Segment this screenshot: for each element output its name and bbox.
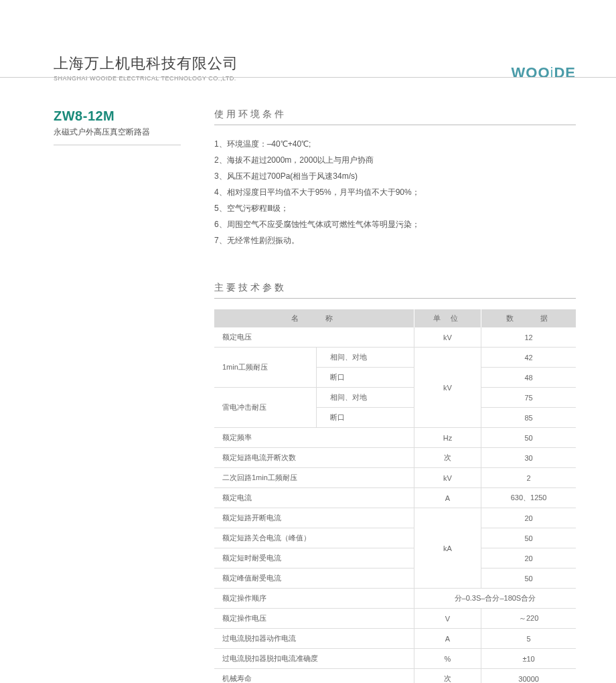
cell-data: 85 <box>481 408 576 428</box>
cell-unit: V <box>414 609 481 629</box>
env-item: 3、风压不超过700Pa(相当于风速34m/s) <box>214 168 576 184</box>
cell-data: 5 <box>481 629 576 649</box>
env-item: 2、海拔不超过2000m，2000以上与用户协商 <box>214 152 576 168</box>
cell-data: 48 <box>481 368 576 388</box>
product-subtitle: 永磁式户外高压真空断路器 <box>54 127 181 145</box>
cell-data: 50 <box>481 568 576 589</box>
logo-part-1: WOO <box>512 64 550 81</box>
cell-unit: kV <box>414 468 481 488</box>
cell-data: 75 <box>481 388 576 408</box>
section-env-title: 使用环境条件 <box>214 108 576 125</box>
table-header-row: 名 称 单 位 数 据 <box>214 309 576 327</box>
cell-name: 额定峰值耐受电流 <box>214 568 414 589</box>
cell-data: 50 <box>481 528 576 548</box>
cell-data: 2 <box>481 468 576 488</box>
th-unit: 单 位 <box>414 309 481 327</box>
cell-data: ±10 <box>481 649 576 669</box>
env-item: 1、环境温度：–40℃+40℃; <box>214 136 576 152</box>
content-area: ZW8-12M 永磁式户外高压真空断路器 使用环境条件 1、环境温度：–40℃+… <box>54 108 576 683</box>
cell-name: 额定电压 <box>214 327 414 348</box>
th-name: 名 称 <box>214 309 414 327</box>
cell-data: 20 <box>481 548 576 568</box>
cell-name: 额定频率 <box>214 428 414 448</box>
cell-unit: kV <box>414 348 481 428</box>
env-item: 4、相对湿度日平均值不大于95%，月平均值不大于90%； <box>214 184 576 200</box>
table-row: 额定短路关合电流（峰值） 50 <box>214 528 576 548</box>
cell-name: 雷电冲击耐压 <box>214 388 317 428</box>
cell-data: 30000 <box>481 669 576 684</box>
table-row: 机械寿命 次 30000 <box>214 669 576 684</box>
params-table: 名 称 单 位 数 据 额定电压 kV 12 1min工频耐压 相间、对地 k <box>214 309 576 683</box>
cell-data: 630、1250 <box>481 488 576 508</box>
cell-sub: 断口 <box>317 368 414 388</box>
cell-unit: % <box>414 649 481 669</box>
env-item: 5、空气污秽程Ⅲ级； <box>214 200 576 216</box>
cell-sub: 相间、对地 <box>317 388 414 408</box>
cell-name: 额定电流 <box>214 488 414 508</box>
section-params-title: 主要技术参数 <box>214 282 576 299</box>
cell-name: 过电流脱扣器动作电流 <box>214 629 414 649</box>
cell-data: 30 <box>481 448 576 468</box>
cell-data: 50 <box>481 428 576 448</box>
cell-name: 机械寿命 <box>214 669 414 684</box>
table-row: 二次回路1min工频耐压 kV 2 <box>214 468 576 488</box>
cell-name: 额定短路关合电流（峰值） <box>214 528 414 548</box>
table-row: 额定操作电压 V ～220 <box>214 609 576 629</box>
header-divider <box>0 77 616 78</box>
table-row: 额定操作顺序 分–0.3S–合分–180S合分 <box>214 589 576 609</box>
cell-data: 20 <box>481 508 576 528</box>
table-row: 额定频率 Hz 50 <box>214 428 576 448</box>
cell-data: 分–0.3S–合分–180S合分 <box>414 589 576 609</box>
product-model: ZW8-12M <box>54 108 181 124</box>
left-column: ZW8-12M 永磁式户外高压真空断路器 <box>54 108 181 683</box>
cell-name: 额定短时耐受电流 <box>214 548 414 568</box>
cell-name: 过电流脱扣器脱扣电流准确度 <box>214 649 414 669</box>
cell-sub: 断口 <box>317 408 414 428</box>
table-row: 额定短路开断电流 kA 20 <box>214 508 576 528</box>
cell-name: 额定短路电流开断次数 <box>214 448 414 468</box>
cell-name: 额定操作顺序 <box>214 589 414 609</box>
table-row: 过电流脱扣器脱扣电流准确度 % ±10 <box>214 649 576 669</box>
cell-sub: 相间、对地 <box>317 348 414 368</box>
cell-data: 12 <box>481 327 576 348</box>
table-row: 1min工频耐压 相间、对地 kV 42 <box>214 348 576 368</box>
brand-logo: WOOiDE <box>512 64 576 82</box>
cell-unit: A <box>414 629 481 649</box>
cell-unit: 次 <box>414 669 481 684</box>
cell-unit: kV <box>414 327 481 348</box>
table-row: 额定电流 A 630、1250 <box>214 488 576 508</box>
cell-name: 1min工频耐压 <box>214 348 317 388</box>
env-item: 6、周围空气不应受腐蚀性气体或可燃性气体等明显污染； <box>214 216 576 232</box>
cell-name: 二次回路1min工频耐压 <box>214 468 414 488</box>
table-row: 额定短时耐受电流 20 <box>214 548 576 568</box>
table-row: 雷电冲击耐压 相间、对地 75 <box>214 388 576 408</box>
cell-data: 42 <box>481 348 576 368</box>
table-row: 额定峰值耐受电流 50 <box>214 568 576 589</box>
env-item: 7、无经常性剧烈振动。 <box>214 232 576 248</box>
th-data: 数 据 <box>481 309 576 327</box>
env-conditions-list: 1、环境温度：–40℃+40℃; 2、海拔不超过2000m，2000以上与用户协… <box>214 136 576 248</box>
cell-unit: A <box>414 488 481 508</box>
cell-name: 额定短路开断电流 <box>214 508 414 528</box>
cell-name: 额定操作电压 <box>214 609 414 629</box>
cell-unit: 次 <box>414 448 481 468</box>
table-row: 额定电压 kV 12 <box>214 327 576 348</box>
logo-part-2: DE <box>554 64 576 81</box>
cell-unit: Hz <box>414 428 481 448</box>
cell-data: ～220 <box>481 609 576 629</box>
table-row: 过电流脱扣器动作电流 A 5 <box>214 629 576 649</box>
cell-unit: kA <box>414 508 481 589</box>
company-name-cn: 上海万上机电科技有限公司 <box>54 54 238 74</box>
table-row: 额定短路电流开断次数 次 30 <box>214 448 576 468</box>
company-name-en: SHANGHAI WOOIDE ELECTRICAL TECHNOLOGY CO… <box>54 75 238 82</box>
right-column: 使用环境条件 1、环境温度：–40℃+40℃; 2、海拔不超过2000m，200… <box>214 108 576 683</box>
